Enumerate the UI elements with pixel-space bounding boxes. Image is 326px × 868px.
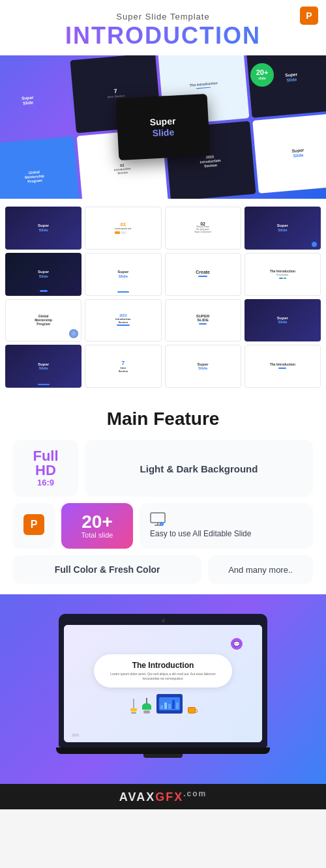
hero-center-text: SuperSlide [149,115,176,139]
header-subtitle: Super Slide Template [7,12,319,22]
slide-thumb-6: SuperSlide [85,253,161,296]
hero-center-slide: SuperSlide [116,93,211,160]
laptop-screen: 💬 The Introduction Lorem ipsum dolor ame… [64,625,262,742]
header-title: INTRODUCTION [7,23,319,49]
slides-grid-section: SuperSlide 01 Lorem ipsum text 02 Did yo… [0,199,326,396]
screen-content: 💬 The Introduction Lorem ipsum dolor ame… [64,625,262,742]
feature-hd-label: Full HD [23,449,68,478]
svg-rect-0 [151,513,165,523]
powerpoint-icon: P [300,7,318,25]
slide-thumb-14: 7 IntroSection [85,345,161,388]
watermark-com: .com [183,789,207,798]
slide-thumb-7: Create [165,253,241,296]
feature-row-3: Full Color & Fresh Color And many more.. [13,555,313,584]
slide-thumb-1: SuperSlide [5,207,82,250]
feature-row-2: P 20+ Total slide Easy to use All Editab… [13,503,313,549]
slide-thumb-15: SuperSlide [165,345,241,388]
illus-monitor [156,694,183,714]
slides-count-badge: 20+ slide [250,63,274,87]
screen-year: 2023 [72,733,79,737]
main-feature-section: Main Feature Full HD 16:9 Light & Dark B… [0,396,326,594]
feature-card-pp: P [13,503,55,549]
chart-bars [160,699,179,709]
slide-thumb-9: GlobalMentorshipProgram [5,299,82,342]
main-feature-title: Main Feature [13,409,313,429]
watermark-gfx: GFX [155,790,183,803]
bottom-preview-section: 💬 The Introduction Lorem ipsum dolor ame… [0,594,326,784]
hero-banner: SuperSlide 7 Intro Section The Introduct… [0,55,326,199]
feature-card-slides-count: 20+ Total slide [61,503,133,549]
slide-thumb-8: The Introduction Presentation [244,253,321,296]
slide-thumb-5: SuperSlide [5,253,82,296]
hero-slide-8: SuperSlide [252,113,326,193]
feature-hd-ratio: 16:9 [37,478,54,487]
laptop-base [56,747,270,754]
feature-card-fullhd: Full HD 16:9 [13,440,78,497]
chat-icon: 💬 [231,638,243,650]
slide-thumb-2: 01 Lorem ipsum text [85,207,161,250]
feature-card-background: Light & Dark Background [85,440,313,497]
feature-total-label: Total slide [82,531,113,539]
hero-slide-1: SuperSlide [0,61,74,141]
laptop-stand [143,754,183,758]
screen-body-text: Lorem ipsum dolor amet. Qui sed aliqua a… [107,672,218,681]
slide-thumb-3: 02 Did you knowthe ping goesSuper connec… [165,207,241,250]
slide-thumb-12: SuperSlide [244,299,321,342]
screen-title: The Introduction [107,661,218,670]
watermark-section: AVAXGFX.com [0,784,326,809]
feature-background-label: Light & Dark Background [140,463,258,474]
slides-grid: SuperSlide 01 Lorem ipsum text 02 Did yo… [5,204,321,391]
screen-illustration [130,694,196,714]
slide-thumb-4: SuperSlide [244,207,321,250]
slide-thumb-13: SuperSlide [5,345,82,388]
feature-cards: Full HD 16:9 Light & Dark Background P 2… [13,440,313,584]
slide-thumb-10: 2023 IntroductionSection [85,299,161,342]
slide-thumb-16: The Introduction [244,345,321,388]
watermark-avax: AVAX [119,790,155,803]
feature-row-1: Full HD 16:9 Light & Dark Background [13,440,313,497]
feature-more-label: And many more.. [228,565,293,575]
screen-bubble: The Introduction Lorem ipsum dolor amet.… [94,654,231,687]
header-section: P Super Slide Template INTRODUCTION [0,0,326,55]
pp-icon-box: P [23,514,44,535]
slide-thumb-11: SUPERSLIDE [165,299,241,342]
feature-editable-label: Easy to use All Editable Slide [150,529,251,540]
monitor-icon [150,512,166,527]
feature-card-editable: Easy to use All Editable Slide [140,503,313,549]
laptop-body: 💬 The Introduction Lorem ipsum dolor ame… [59,614,267,747]
feature-card-full-color: Full Color & Fresh Color [13,555,201,584]
feature-count-number: 20+ [82,513,113,531]
feature-full-color-label: Full Color & Fresh Color [55,564,160,575]
laptop-container: 💬 The Introduction Lorem ipsum dolor ame… [59,614,267,758]
hero-slide-5: GlobalMentorshipProgram [0,136,80,199]
feature-card-more: And many more.. [208,555,313,584]
